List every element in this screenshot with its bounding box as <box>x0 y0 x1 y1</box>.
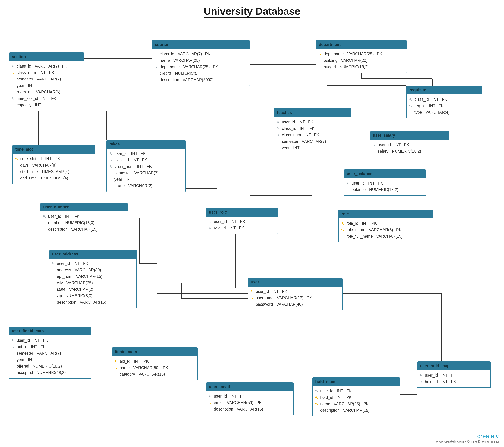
column-type: INT <box>362 221 368 226</box>
column-type: NUMERIC(5,0) <box>65 293 92 298</box>
entity-row: role_full_name VARCHAR(15) <box>340 233 432 240</box>
svg-line-150 <box>422 376 422 376</box>
entity-user_number[interactable]: user_number user_id INT FK number NUMERI… <box>40 203 128 235</box>
column-name: salary <box>378 149 388 154</box>
fk-key-icon <box>155 66 158 68</box>
column-name: semester <box>17 351 33 356</box>
column-name: class_num <box>114 164 134 169</box>
column-type: INT <box>441 379 448 384</box>
column-name: user_id <box>320 389 333 393</box>
entity-user_hold_map[interactable]: user_hold_map user_id INT FK hold_id INT… <box>417 361 491 388</box>
column-type: NUMERIC(18,2) <box>36 370 66 375</box>
column-type: INT <box>272 289 279 294</box>
key-slot <box>341 229 345 231</box>
fk-key-icon <box>52 262 54 265</box>
column-name: role_full_name <box>346 234 373 239</box>
entity-row: year INT <box>10 357 90 363</box>
entity-row: dept_name VARCHAR(25) PK <box>317 51 406 57</box>
svg-line-132 <box>117 368 117 369</box>
entity-body: dept_name VARCHAR(25) PK building VARCHA… <box>316 49 407 73</box>
column-name: password <box>256 302 273 307</box>
column-name: time_slot_id <box>17 96 38 101</box>
entity-header: course <box>152 40 250 49</box>
entity-finaid_main[interactable]: finaid_main aid_id INT PK name VARCHAR(5… <box>112 348 198 380</box>
column-name: zip <box>57 293 62 298</box>
key-slot <box>314 390 319 392</box>
fk-key-icon <box>12 97 15 100</box>
entity-row: zip NUMERIC(5,0) <box>50 293 135 299</box>
entity-course[interactable]: course class_id VARCHAR(7) PK name VARCH… <box>152 40 250 86</box>
entity-row: budget NUMERIC(18,2) <box>317 64 406 70</box>
entity-requisite[interactable]: requisite class_id INT FK req_id INT FK … <box>406 86 482 118</box>
key-slot <box>108 159 113 161</box>
column-constraint: FK <box>309 126 314 131</box>
column-name: description <box>57 300 76 305</box>
entity-hold_main[interactable]: hold_main user_id INT FK hold_id INT PK … <box>312 377 400 416</box>
entity-row: semester VARCHAR(7) <box>10 350 90 357</box>
column-name: user_id <box>378 142 391 147</box>
entity-body: role_id INT PK role_name VARCHAR(3) PK r… <box>339 218 433 242</box>
entity-header: user_number <box>40 203 128 212</box>
key-slot <box>11 65 15 68</box>
fk-key-icon <box>109 152 112 155</box>
column-constraint: FK <box>74 214 80 219</box>
entity-row: semester VARCHAR(7) <box>10 76 83 82</box>
column-constraint: PK <box>377 52 382 56</box>
column-name: time_slot_id <box>20 156 42 161</box>
entity-row: user_id INT FK <box>50 260 135 267</box>
column-constraint: FK <box>239 226 244 231</box>
entity-row: class_num INT FK <box>275 132 350 138</box>
key-slot <box>419 374 423 377</box>
column-name: year <box>17 83 25 88</box>
column-type: VARCHAR(15) <box>76 274 103 279</box>
entity-header: user <box>248 278 342 287</box>
column-type: VARCHAR(4) <box>425 110 450 115</box>
entity-department[interactable]: department dept_name VARCHAR(25) PK buil… <box>316 40 407 73</box>
entity-body: user_id INT FK number NUMERIC(15,0) desc… <box>40 212 128 235</box>
entity-row: role_name VARCHAR(3) PK <box>340 227 432 233</box>
svg-line-117 <box>253 292 253 292</box>
entity-header: user_balance <box>344 170 426 178</box>
pk-key-icon <box>15 157 18 160</box>
column-type: VARCHAR(7) <box>37 77 61 81</box>
entity-row: grade VARCHAR(2) <box>108 183 184 189</box>
key-slot <box>408 105 413 107</box>
svg-line-87 <box>111 154 112 154</box>
pk-key-icon <box>115 367 117 369</box>
column-type: VARCHAR(7) <box>178 52 202 56</box>
entity-body: user_id INT FK balance NUMERIC(18,2) <box>344 178 426 195</box>
entity-user_email[interactable]: user_email user_id INT FK email VARCHAR(… <box>206 382 294 415</box>
svg-line-72 <box>279 123 279 123</box>
svg-line-129 <box>117 362 117 362</box>
brand-logo: creately <box>436 433 499 440</box>
entity-time_slot[interactable]: time_slot time_slot_id INT PK days VARCH… <box>12 145 95 184</box>
column-constraint: FK <box>378 181 383 186</box>
svg-line-123 <box>14 341 14 341</box>
entity-row: email VARCHAR(50) PK <box>207 400 292 406</box>
key-slot <box>11 339 15 342</box>
entity-user_finaid_map[interactable]: user_finaid_map user_id INT FK aid_id IN… <box>9 327 91 379</box>
entity-user[interactable]: user user_id INT PK username VARCHAR(16)… <box>248 278 342 311</box>
entity-section[interactable]: section class_id VARCHAR(7) FK class_num… <box>9 52 84 111</box>
column-name: email <box>214 400 223 405</box>
svg-line-120 <box>253 298 253 299</box>
column-constraint: FK <box>442 97 447 102</box>
entity-role[interactable]: role role_id INT PK role_name VARCHAR(3)… <box>338 210 433 242</box>
entity-teaches[interactable]: teaches user_id INT FK class_id INT FK c… <box>274 108 351 154</box>
svg-line-141 <box>317 391 318 392</box>
entity-takes[interactable]: takes user_id INT FK class_id INT FK cla… <box>106 140 186 192</box>
column-type: VARCHAR(2) <box>69 287 93 292</box>
entity-user_address[interactable]: user_address user_id INT FK address VARC… <box>49 250 137 308</box>
entity-header: user_hold_map <box>417 362 490 370</box>
entity-user_role[interactable]: user_role user_id INT FK role_id INT FK <box>206 208 278 234</box>
entity-user_balance[interactable]: user_balance user_id INT FK balance NUME… <box>343 169 426 196</box>
svg-line-75 <box>279 129 279 129</box>
entity-row: time_slot_id INT PK <box>14 155 93 162</box>
entity-row: credits NUMERIC(5 <box>153 70 249 77</box>
column-name: semester <box>282 139 298 144</box>
column-constraint: PK <box>55 156 60 161</box>
key-slot <box>408 98 413 101</box>
key-slot <box>11 97 15 100</box>
entity-user_salary[interactable]: user_salary user_id INT FK salary NUMERI… <box>370 131 449 157</box>
fk-key-icon <box>209 227 212 230</box>
